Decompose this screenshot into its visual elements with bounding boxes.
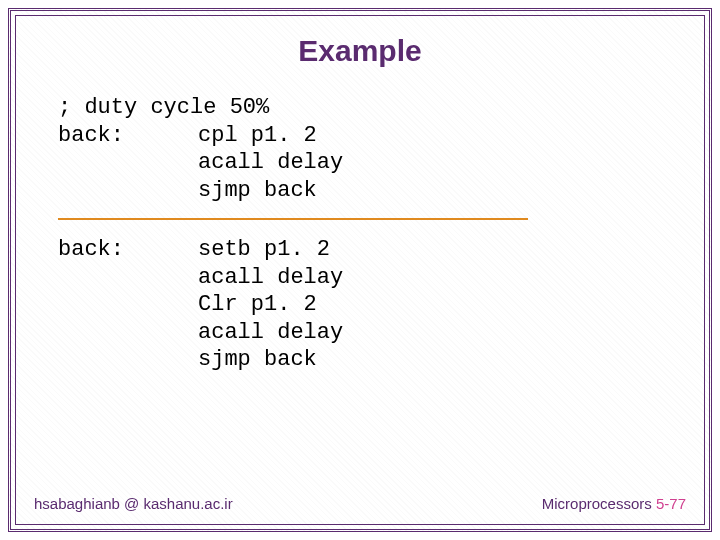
code-line: sjmp back — [58, 346, 662, 374]
code-label-empty — [58, 264, 198, 292]
code-instruction: acall delay — [198, 149, 343, 177]
code-label-empty — [58, 346, 198, 374]
code-label-empty — [58, 319, 198, 347]
code-label-empty — [58, 149, 198, 177]
code-line: back:setb p1. 2 — [58, 236, 662, 264]
code-line: Clr p1. 2 — [58, 291, 662, 319]
footer-course: Microprocessors — [542, 495, 656, 512]
code-line: sjmp back — [58, 177, 662, 205]
code-label-empty — [58, 291, 198, 319]
code-area: ; duty cycle 50% back:cpl p1. 2 acall de… — [16, 94, 704, 374]
footer-right: Microprocessors 5-77 — [542, 495, 686, 512]
code-instruction: acall delay — [198, 264, 343, 292]
code-line: back:cpl p1. 2 — [58, 122, 662, 150]
code-label: back: — [58, 122, 198, 150]
code-instruction: sjmp back — [198, 346, 317, 374]
code-instruction: Clr p1. 2 — [198, 291, 317, 319]
code-label-empty — [58, 177, 198, 205]
code-line: acall delay — [58, 149, 662, 177]
code-line: acall delay — [58, 319, 662, 347]
code-instruction: sjmp back — [198, 177, 317, 205]
footer-author: hsabaghianb @ kashanu.ac.ir — [34, 495, 233, 512]
code-instruction: acall delay — [198, 319, 343, 347]
slide-footer: hsabaghianb @ kashanu.ac.ir Microprocess… — [34, 495, 686, 512]
slide-outer-frame: Example ; duty cycle 50% back:cpl p1. 2 … — [8, 8, 712, 532]
code-line: acall delay — [58, 264, 662, 292]
slide-title: Example — [16, 34, 704, 68]
code-label: back: — [58, 236, 198, 264]
code-instruction: setb p1. 2 — [198, 236, 330, 264]
footer-page-number: 5-77 — [656, 495, 686, 512]
slide-inner-frame: Example ; duty cycle 50% back:cpl p1. 2 … — [15, 15, 705, 525]
code-comment: ; duty cycle 50% — [58, 94, 662, 122]
code-instruction: cpl p1. 2 — [198, 122, 317, 150]
section-divider — [58, 218, 528, 220]
